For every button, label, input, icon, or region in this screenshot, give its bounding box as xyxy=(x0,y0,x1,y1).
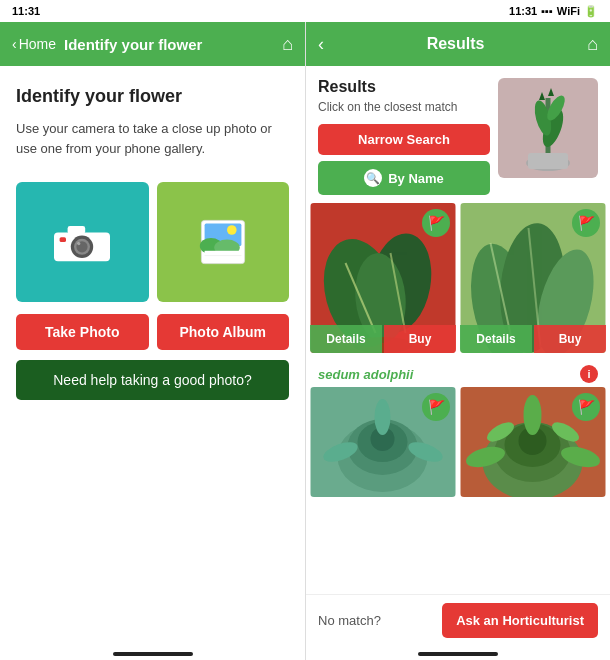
photo-tile[interactable] xyxy=(157,182,290,302)
battery-icon: 🔋 xyxy=(584,5,598,18)
right-nav: ‹ Results ⌂ xyxy=(306,22,610,66)
details-button-1[interactable]: Details xyxy=(310,325,382,353)
camera-options xyxy=(16,182,289,302)
section-label: sedum adolphii i xyxy=(306,357,610,387)
results-top: Results Click on the closest match Narro… xyxy=(306,66,610,203)
svg-rect-1 xyxy=(68,226,86,234)
time-right: 11:31 xyxy=(509,5,537,17)
home-icon-right[interactable]: ⌂ xyxy=(587,34,598,55)
status-bar-left: 11:31 xyxy=(12,5,40,17)
plant-grid-bottom: 🚩 xyxy=(306,387,610,501)
thumbnail-svg xyxy=(498,78,598,178)
take-photo-button[interactable]: Take Photo xyxy=(16,314,149,350)
flag-button-3[interactable]: 🚩 xyxy=(422,393,450,421)
svg-point-5 xyxy=(77,242,80,245)
svg-rect-16 xyxy=(528,153,568,169)
svg-point-49 xyxy=(524,395,542,435)
action-buttons: Take Photo Photo Album xyxy=(16,314,289,350)
by-name-label: By Name xyxy=(388,171,444,186)
right-back-button[interactable]: ‹ xyxy=(318,34,324,55)
results-heading: Results xyxy=(318,78,490,96)
left-nav-title: Identify your flower xyxy=(64,36,274,53)
photo-svg-icon xyxy=(195,214,251,270)
left-body: Identify your flower Use your camera to … xyxy=(0,66,305,646)
back-label: Home xyxy=(19,36,56,52)
left-bottom-indicator xyxy=(0,646,305,660)
help-button[interactable]: Need help taking a good photo? xyxy=(16,360,289,400)
signal-icon: ▪▪▪ xyxy=(541,5,553,17)
time-left: 11:31 xyxy=(12,5,40,17)
svg-rect-6 xyxy=(60,237,66,242)
search-circle-icon: 🔍 xyxy=(364,169,382,187)
back-button[interactable]: ‹ Home xyxy=(12,36,56,52)
card-actions-2: Details Buy xyxy=(460,325,606,353)
status-bar-right: 11:31 ▪▪▪ WiFi 🔋 xyxy=(509,5,598,18)
no-match-text: No match? xyxy=(318,613,381,628)
left-heading: Identify your flower xyxy=(16,86,289,107)
card-actions-1: Details Buy xyxy=(310,325,456,353)
details-button-2[interactable]: Details xyxy=(460,325,532,353)
results-thumbnail xyxy=(498,78,598,178)
bottom-bar: No match? Ask an Horticulturist xyxy=(306,594,610,646)
camera-svg-icon xyxy=(50,218,114,266)
flag-button-4[interactable]: 🚩 xyxy=(572,393,600,421)
info-badge[interactable]: i xyxy=(580,365,598,383)
left-nav: ‹ Home Identify your flower ⌂ xyxy=(0,22,305,66)
svg-point-41 xyxy=(375,399,391,435)
left-panel: ‹ Home Identify your flower ⌂ Identify y… xyxy=(0,22,305,660)
results-controls: Results Click on the closest match Narro… xyxy=(318,78,498,195)
svg-point-9 xyxy=(227,225,237,235)
plant-card-1: 🚩 Details Buy xyxy=(310,203,456,353)
plant-grid-top: 🚩 Details Buy xyxy=(306,203,610,357)
left-description: Use your camera to take a close up photo… xyxy=(16,119,289,158)
narrow-search-button[interactable]: Narrow Search xyxy=(318,124,490,155)
section-label-text: sedum adolphii xyxy=(318,367,413,382)
flag-button-1[interactable]: 🚩 xyxy=(422,209,450,237)
wifi-icon: WiFi xyxy=(557,5,580,17)
right-body: Results Click on the closest match Narro… xyxy=(306,66,610,594)
home-icon-left[interactable]: ⌂ xyxy=(282,34,293,55)
chevron-left-icon: ‹ xyxy=(12,36,17,52)
results-subtext: Click on the closest match xyxy=(318,100,490,114)
status-bar: 11:31 11:31 ▪▪▪ WiFi 🔋 xyxy=(0,0,610,22)
home-indicator-right xyxy=(418,652,498,656)
right-panel: ‹ Results ⌂ Results Click on the closest… xyxy=(305,22,610,660)
right-nav-title: Results xyxy=(332,35,579,53)
by-name-button[interactable]: 🔍 By Name xyxy=(318,161,490,195)
home-indicator-left xyxy=(113,652,193,656)
right-bottom-indicator xyxy=(306,646,610,660)
plant-card-4: 🚩 xyxy=(460,387,606,497)
flag-button-2[interactable]: 🚩 xyxy=(572,209,600,237)
photo-album-button[interactable]: Photo Album xyxy=(157,314,290,350)
buy-button-2[interactable]: Buy xyxy=(534,325,606,353)
plant-card-2: 🚩 Details Buy xyxy=(460,203,606,353)
camera-tile[interactable] xyxy=(16,182,149,302)
buy-button-1[interactable]: Buy xyxy=(384,325,456,353)
ask-horticulturist-button[interactable]: Ask an Horticulturist xyxy=(442,603,598,638)
plant-card-3: 🚩 xyxy=(310,387,456,497)
